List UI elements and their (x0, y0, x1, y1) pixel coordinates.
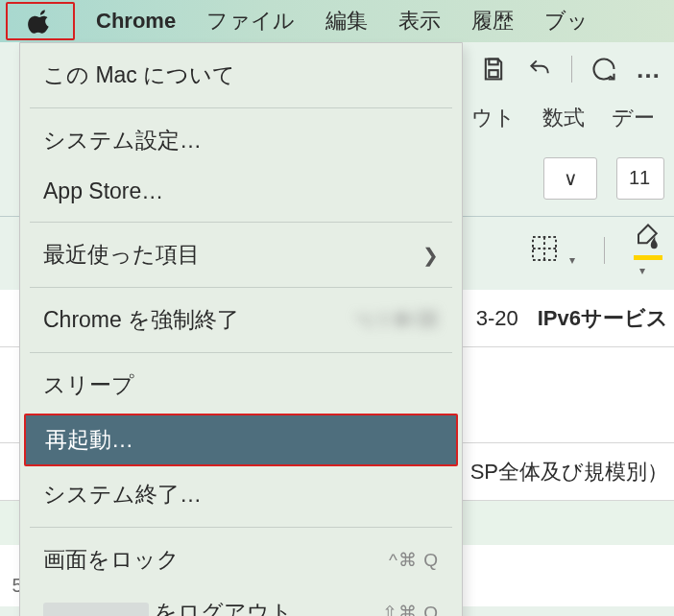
menu-restart[interactable]: 再起動… (24, 414, 458, 466)
chevron-down-icon: ∨ (564, 167, 578, 190)
apple-menu-button[interactable] (6, 2, 75, 40)
chevron-down-icon: ▾ (569, 253, 575, 267)
menu-separator (30, 222, 452, 223)
borders-button[interactable]: ▾ (529, 233, 575, 268)
font-size-input[interactable]: 11 (616, 157, 664, 200)
apple-logo-icon (28, 9, 53, 34)
sync-icon[interactable] (590, 55, 618, 83)
menu-system-settings[interactable]: システム設定… (20, 114, 462, 167)
svg-rect-5 (634, 255, 662, 260)
cell-value: 3-20 (476, 306, 518, 331)
cell-value: SP全体及び規模別） (470, 458, 668, 486)
separator (604, 237, 605, 264)
menu-lock-screen[interactable]: 画面をロック ^⌘ Q (20, 533, 462, 586)
menubar-file[interactable]: ファイル (191, 7, 310, 36)
menubar-bookmarks-partial[interactable]: ブッ (529, 7, 604, 36)
menubar-view[interactable]: 表示 (383, 7, 456, 36)
menu-app-store[interactable]: App Store… (20, 167, 462, 216)
undo-icon[interactable] (525, 55, 554, 83)
keyboard-shortcut: ⌥⇧⌘⌫ (354, 309, 439, 331)
apple-menu-dropdown: この Mac について システム設定… App Store… 最近使った項目 ❯… (19, 42, 463, 616)
font-dropdown-arrow[interactable]: ∨ (543, 157, 597, 200)
ribbon-tab-formulas[interactable]: 数式 (542, 104, 585, 132)
menu-separator (30, 527, 452, 528)
menu-about-this-mac[interactable]: この Mac について (20, 49, 462, 102)
ribbon-tab-data-partial[interactable]: デー (612, 104, 655, 132)
menu-force-quit[interactable]: Chrome を強制終了 ⌥⇧⌘⌫ (20, 294, 462, 346)
obscured-username (43, 603, 149, 617)
separator (571, 56, 572, 83)
menubar: Chrome ファイル 編集 表示 履歴 ブッ (0, 0, 674, 42)
chevron-down-icon: ▾ (639, 264, 645, 277)
keyboard-shortcut: ^⌘ Q (389, 549, 439, 571)
menu-separator (30, 287, 452, 288)
menu-recent-items[interactable]: 最近使った項目 ❯ (20, 228, 462, 281)
chevron-right-icon: ❯ (422, 244, 439, 267)
menubar-history[interactable]: 履歴 (456, 7, 529, 36)
fill-color-button[interactable]: ▾ (634, 223, 662, 278)
menu-separator (30, 107, 452, 108)
svg-rect-0 (489, 59, 497, 65)
menu-shutdown[interactable]: システム終了… (20, 468, 462, 521)
ribbon-tab-layout-partial[interactable]: ウト (471, 104, 516, 132)
menubar-edit[interactable]: 編集 (310, 7, 383, 36)
more-button[interactable]: … (636, 55, 662, 84)
menubar-app-name[interactable]: Chrome (81, 9, 191, 34)
save-icon[interactable] (479, 55, 508, 83)
menu-logout[interactable]: をログアウト… ⇧⌘ Q (20, 586, 462, 616)
keyboard-shortcut: ⇧⌘ Q (382, 602, 439, 616)
menu-separator (30, 352, 452, 353)
menu-sleep[interactable]: スリープ (20, 359, 462, 412)
cell-value: IPv6サービス (538, 304, 668, 333)
svg-rect-1 (489, 70, 497, 77)
